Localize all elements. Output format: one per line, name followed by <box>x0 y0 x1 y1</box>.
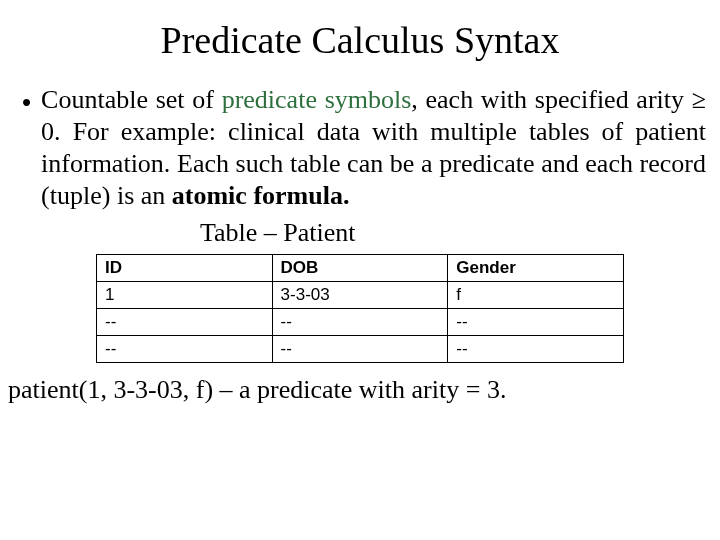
slide: Predicate Calculus Syntax • Countable se… <box>0 0 720 540</box>
table-row: -- -- -- <box>97 309 624 336</box>
cell: -- <box>272 336 448 363</box>
cell: f <box>448 282 624 309</box>
table-row: 1 3-3-03 f <box>97 282 624 309</box>
patient-table: ID DOB Gender 1 3-3-03 f -- -- -- -- -- … <box>96 254 624 363</box>
table-row: -- -- -- <box>97 336 624 363</box>
body-bold: atomic formula. <box>172 181 350 210</box>
col-header: ID <box>97 255 273 282</box>
col-header: Gender <box>448 255 624 282</box>
cell: -- <box>448 336 624 363</box>
table-caption: Table – Patient <box>200 218 720 248</box>
col-header: DOB <box>272 255 448 282</box>
predicate-symbols-text: predicate symbols <box>222 85 412 114</box>
cell: -- <box>272 309 448 336</box>
cell: -- <box>97 336 273 363</box>
cell: 3-3-03 <box>272 282 448 309</box>
slide-title: Predicate Calculus Syntax <box>0 18 720 62</box>
body-text: Countable set of predicate symbols, each… <box>41 84 706 212</box>
bullet-block: • Countable set of predicate symbols, ea… <box>0 84 720 212</box>
table-header-row: ID DOB Gender <box>97 255 624 282</box>
cell: -- <box>448 309 624 336</box>
bullet-glyph: • <box>22 86 31 118</box>
cell: 1 <box>97 282 273 309</box>
body-pre: Countable set of <box>41 85 222 114</box>
bullet-row: • Countable set of predicate symbols, ea… <box>22 84 706 212</box>
cell: -- <box>97 309 273 336</box>
footer-line: patient(1, 3-3-03, f) – a predicate with… <box>0 375 720 405</box>
